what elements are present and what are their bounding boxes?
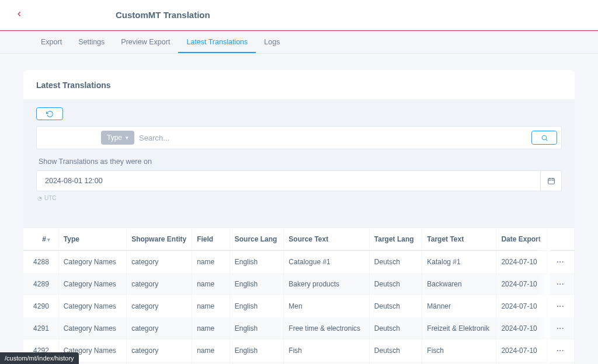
cell-date: 2024-07-10 [496, 251, 547, 274]
cell-date: 2024-07-10 [496, 295, 547, 317]
col-actions [547, 228, 574, 251]
cell-date: 2024-07-10 [496, 273, 547, 295]
latest-translations-card: Latest Translations Type ▾ Show Translat… [23, 70, 575, 364]
cell-field: name [192, 251, 230, 274]
cell-field: name [192, 273, 230, 295]
type-filter-dropdown[interactable]: Type ▾ [101, 131, 134, 145]
cell-source-text: Catalogue #1 [284, 251, 369, 274]
cell-entity: category [127, 295, 192, 317]
cell-source-lang: English [230, 273, 284, 295]
cell-entity: category [127, 317, 192, 340]
col-target-lang[interactable]: Target Lang [369, 228, 422, 251]
row-actions-button[interactable]: ··· [557, 258, 564, 266]
cell-id: 4291 [23, 317, 58, 340]
search-input[interactable] [139, 134, 527, 142]
search-bar: Type ▾ [36, 126, 562, 149]
col-id[interactable]: #▾ [23, 228, 58, 251]
cell-source-lang: English [230, 362, 284, 364]
table-row[interactable]: 4291Category NamescategorynameEnglishFre… [23, 317, 575, 340]
row-actions-button[interactable]: ··· [557, 302, 564, 310]
translations-table: #▾ Type Shopware Entity Field Source Lan… [23, 228, 575, 364]
table-row[interactable]: 4292Category NamescategorynameEnglishFis… [23, 340, 575, 362]
cell-target-text: Männer [422, 295, 496, 317]
refresh-button[interactable] [36, 107, 63, 120]
search-button[interactable] [531, 131, 557, 145]
cell-source-lang: English [230, 251, 284, 274]
section-title: Latest Translations [23, 70, 575, 99]
col-source-text[interactable]: Source Text [284, 228, 369, 251]
page-title: CustomMT Translation [116, 10, 210, 20]
svg-point-0 [542, 135, 547, 140]
cell-entity: category [127, 340, 192, 362]
cell-target-lang: Deutsch [369, 251, 422, 274]
col-type[interactable]: Type [58, 228, 126, 251]
row-actions-button[interactable]: ··· [557, 280, 564, 288]
col-date-export[interactable]: Date Export [496, 228, 547, 251]
type-filter-label: Type [107, 134, 122, 142]
tab-export[interactable]: Export [33, 31, 70, 53]
cell-source-text: Fish [284, 340, 369, 362]
col-source-lang[interactable]: Source Lang [230, 228, 284, 251]
date-input[interactable] [36, 170, 541, 191]
cell-source-text: Free time & electronics [284, 317, 369, 340]
tab-bar: Export Settings Preview Export Latest Tr… [0, 31, 598, 54]
calendar-button[interactable] [541, 170, 562, 191]
svg-line-1 [546, 139, 547, 141]
cell-id: 4290 [23, 295, 58, 317]
cell-source-lang: English [230, 317, 284, 340]
chevron-down-icon: ▾ [47, 237, 50, 243]
cell-date: 2024-07-10 [496, 362, 547, 364]
cell-source-text: Men [284, 295, 369, 317]
row-actions-button[interactable]: ··· [557, 346, 564, 355]
table-row[interactable]: 4289Category NamescategorynameEnglishBak… [23, 273, 575, 295]
back-arrow-icon[interactable] [11, 6, 28, 23]
cell-target-lang: Deutsch [369, 362, 422, 364]
cell-date: 2024-07-10 [496, 340, 547, 362]
cell-entity: category [127, 251, 192, 274]
toolbar: Type ▾ Show Translations as they were on… [23, 99, 575, 212]
row-actions-button[interactable]: ··· [557, 324, 564, 332]
cell-source-lang: English [230, 340, 284, 362]
cell-field: name [192, 340, 230, 362]
tab-preview-export[interactable]: Preview Export [113, 31, 178, 53]
cell-target-lang: Deutsch [369, 295, 422, 317]
cell-entity: category [127, 362, 192, 364]
tab-settings[interactable]: Settings [70, 31, 113, 53]
cell-target-text: Freizeit & Elektronik [422, 317, 496, 340]
cell-type: Category Names [58, 317, 126, 340]
date-filter-label: Show Translations as they were on [39, 158, 559, 166]
timezone-hint: ◔ UTC [37, 195, 562, 201]
cell-target-lang: Deutsch [369, 340, 422, 362]
col-target-text[interactable]: Target Text [422, 228, 496, 251]
header-bar: CustomMT Translation [0, 0, 598, 30]
cell-type: Category Names [58, 251, 126, 274]
cell-field: name [192, 362, 230, 364]
cell-source-text: Bakery products [284, 273, 369, 295]
tab-latest-translations[interactable]: Latest Translations [178, 31, 256, 53]
cell-target-text: Backwaren [422, 273, 496, 295]
cell-target-lang: Deutsch [369, 273, 422, 295]
cell-target-text: Fisch [422, 340, 496, 362]
svg-rect-2 [548, 178, 554, 184]
tab-logs[interactable]: Logs [256, 31, 288, 53]
chevron-down-icon: ▾ [126, 135, 128, 141]
cell-field: name [192, 295, 230, 317]
table-row[interactable]: 4290Category NamescategorynameEnglishMen… [23, 295, 575, 317]
clock-icon: ◔ [37, 195, 42, 201]
cell-entity: category [127, 273, 192, 295]
table-row[interactable]: 4293Category NamescategorynameEnglishFoo… [23, 362, 575, 364]
cell-source-lang: English [230, 295, 284, 317]
cell-source-text: Food [284, 362, 369, 364]
status-url-tooltip: /custom/mt/index/history [0, 352, 79, 364]
cell-field: name [192, 317, 230, 340]
cell-target-text: Katalog #1 [422, 251, 496, 274]
col-entity[interactable]: Shopware Entity [127, 228, 192, 251]
cell-id: 4289 [23, 273, 58, 295]
cell-target-text: Essen [422, 362, 496, 364]
col-field[interactable]: Field [192, 228, 230, 251]
table-row[interactable]: 4288Category NamescategorynameEnglishCat… [23, 251, 575, 274]
cell-type: Category Names [58, 273, 126, 295]
cell-id: 4288 [23, 251, 58, 274]
cell-date: 2024-07-10 [496, 317, 547, 340]
cell-type: Category Names [58, 295, 126, 317]
